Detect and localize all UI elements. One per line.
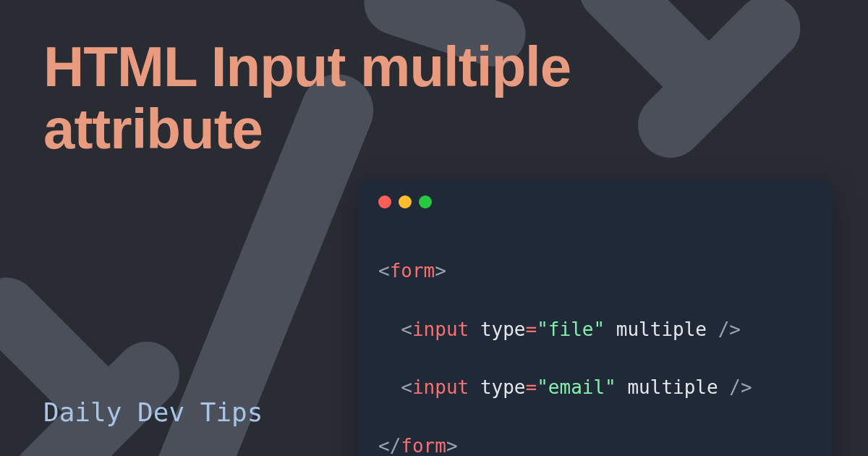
window-controls bbox=[378, 195, 812, 208]
page-title: HTML Input multiple attribute bbox=[43, 36, 571, 161]
code-snippet: <form> <input type="file" multiple /> <i… bbox=[378, 227, 812, 456]
window-zoom-icon bbox=[419, 195, 432, 208]
code-line-1: <form> bbox=[378, 256, 812, 285]
code-window: <form> <input type="file" multiple /> <i… bbox=[358, 180, 833, 456]
code-line-3: <input type="email" multiple /> bbox=[378, 373, 812, 402]
code-line-4: </form> bbox=[378, 431, 812, 456]
title-line-2: attribute bbox=[43, 97, 263, 161]
footer-brand: Daily Dev Tips bbox=[43, 397, 263, 427]
window-close-icon bbox=[378, 195, 391, 208]
svg-rect-5 bbox=[0, 264, 155, 456]
title-line-1: HTML Input multiple bbox=[43, 35, 571, 98]
svg-rect-1 bbox=[624, 0, 814, 172]
window-minimize-icon bbox=[399, 195, 412, 208]
code-line-2: <input type="file" multiple /> bbox=[378, 315, 812, 344]
svg-rect-2 bbox=[566, 0, 755, 133]
svg-rect-4 bbox=[0, 328, 193, 456]
